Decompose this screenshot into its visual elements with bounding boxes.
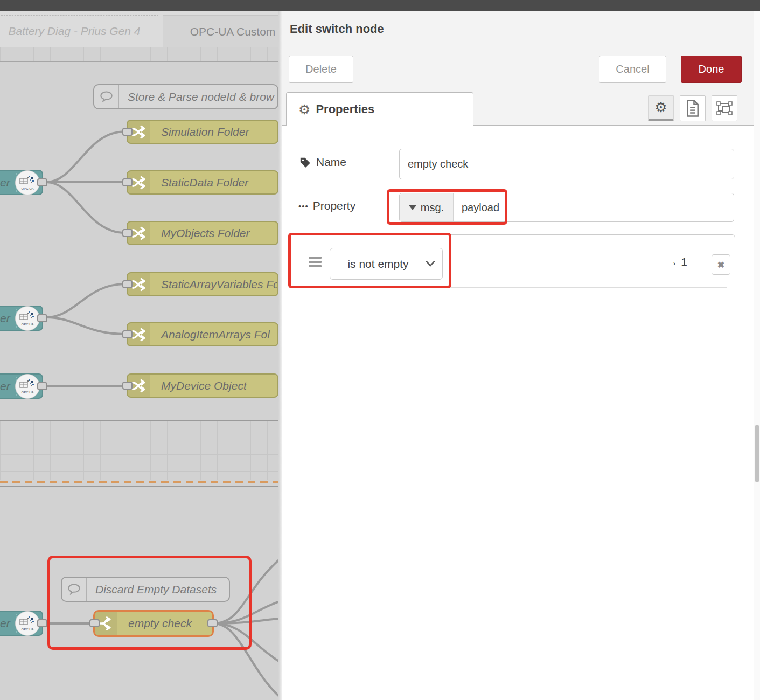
comment-bubble-icon [94, 85, 119, 108]
node-opcua-browser-4[interactable]: er OPC UA [0, 611, 43, 636]
screen: Battery Diag - Prius Gen 4 OPC-UA Custom [0, 0, 760, 700]
tab-properties-label: Properties [316, 102, 374, 116]
node-output-port[interactable] [37, 178, 47, 186]
svg-text:OPC UA: OPC UA [21, 187, 33, 190]
dialog-button-bar: Delete Cancel Done [282, 47, 760, 91]
rule-output-label: → 1 [666, 255, 687, 268]
flow-workspace[interactable]: Store & Parse nodeId & brow Simulation F… [0, 47, 278, 700]
flow-tabbar: Battery Diag - Prius Gen 4 OPC-UA Custom [0, 11, 278, 47]
flow-editor: Battery Diag - Prius Gen 4 OPC-UA Custom [0, 11, 278, 700]
opcua-logo-icon: OPC UA [15, 611, 40, 636]
tab-battery-diag-label: Battery Diag - Prius Gen 4 [8, 25, 140, 38]
name-input-value: empty check [400, 158, 468, 170]
appearance-icon [716, 100, 733, 117]
document-icon [685, 99, 701, 117]
node-myobjects-folder[interactable]: MyObjects Folder [127, 221, 278, 245]
annotation-box-discard-group [47, 556, 252, 650]
name-input[interactable]: empty check [399, 149, 734, 179]
dialog-scrollbar[interactable] [754, 11, 760, 700]
tab-battery-diag[interactable]: Battery Diag - Prius Gen 4 [0, 15, 158, 47]
node-label-partial: er [0, 617, 10, 630]
properties-view-button[interactable]: ⚙ [648, 95, 674, 121]
comment-node-store-parse[interactable]: Store & Parse nodeId & brow [93, 84, 278, 109]
dialog-title: Edit switch node [290, 22, 384, 36]
comment-label: Store & Parse nodeId & brow [119, 91, 277, 103]
svg-text:OPC UA: OPC UA [21, 391, 33, 394]
node-label-partial: er [0, 312, 10, 325]
node-label: MyDevice Object [150, 379, 277, 392]
node-staticdata-folder[interactable]: StaticData Folder [127, 170, 278, 195]
node-output-port[interactable] [37, 314, 47, 322]
switch-rules-container: is not empty → 1 ✖ [290, 234, 735, 700]
gear-icon: ⚙ [298, 102, 310, 117]
ellipsis-icon: ••• [298, 202, 309, 211]
node-label: StaticData Folder [150, 176, 277, 189]
svg-text:OPC UA: OPC UA [21, 628, 33, 631]
dialog-tab-row: ⚙ Properties ⚙ [282, 91, 760, 126]
annotation-box-rule [288, 233, 451, 288]
node-opcua-browser-1[interactable]: er OPC UA [0, 170, 43, 195]
tab-properties[interactable]: ⚙ Properties [286, 92, 473, 126]
node-output-port[interactable] [37, 619, 47, 627]
tab-opcua-custom[interactable]: OPC-UA Custom [163, 15, 278, 47]
node-analogitemarrays-folder[interactable]: AnalogItemArrays Fol [127, 322, 278, 346]
node-input-port[interactable] [122, 382, 133, 390]
done-button[interactable]: Done [681, 56, 742, 83]
node-label: Simulation Folder [150, 126, 277, 138]
node-input-port[interactable] [122, 178, 133, 186]
node-label: MyObjects Folder [150, 227, 277, 240]
node-staticarrayvariables-folder[interactable]: StaticArrayVariables Fo [127, 272, 278, 296]
node-opcua-browser-2[interactable]: er OPC UA [0, 306, 43, 331]
appearance-view-button[interactable] [712, 95, 737, 121]
app-header-bar [0, 0, 760, 11]
opcua-logo-icon: OPC UA [15, 374, 40, 399]
rule-remove-button[interactable]: ✖ [712, 254, 730, 275]
node-label: AnalogItemArrays Fol [150, 328, 277, 341]
property-label-text: Property [313, 199, 355, 212]
tab-opcua-custom-label: OPC-UA Custom [190, 25, 276, 38]
node-opcua-browser-3[interactable]: er OPC UA [0, 373, 43, 399]
dialog-header: Edit switch node [282, 11, 760, 47]
dialog-body: Name empty check ••• Property msg. paylo… [282, 126, 760, 700]
node-input-port[interactable] [122, 330, 133, 338]
node-input-port[interactable] [122, 128, 133, 136]
scrollbar-thumb[interactable] [755, 425, 759, 482]
gear-icon: ⚙ [654, 99, 667, 116]
annotation-box-property [387, 189, 507, 225]
description-view-button[interactable] [680, 95, 706, 121]
name-label-text: Name [316, 156, 346, 169]
node-output-port[interactable] [37, 382, 47, 390]
node-label: StaticArrayVariables Fo [150, 278, 277, 291]
name-field-label: Name [299, 156, 346, 169]
delete-button[interactable]: Delete [289, 56, 353, 83]
node-simulation-folder[interactable]: Simulation Folder [127, 120, 278, 144]
tag-icon [299, 156, 311, 168]
node-input-port[interactable] [122, 229, 133, 237]
opcua-logo-icon: OPC UA [15, 170, 40, 195]
opcua-logo-icon: OPC UA [15, 306, 40, 331]
property-field-label: ••• Property [298, 199, 355, 212]
svg-text:OPC UA: OPC UA [21, 323, 33, 326]
node-label-partial: er [0, 380, 10, 393]
cancel-button[interactable]: Cancel [599, 56, 666, 83]
node-mydevice-object[interactable]: MyDevice Object [127, 373, 278, 398]
node-label-partial: er [0, 176, 10, 189]
node-input-port[interactable] [122, 280, 133, 288]
edit-switch-node-dialog: Edit switch node Delete Cancel Done ⚙ Pr… [282, 11, 760, 700]
